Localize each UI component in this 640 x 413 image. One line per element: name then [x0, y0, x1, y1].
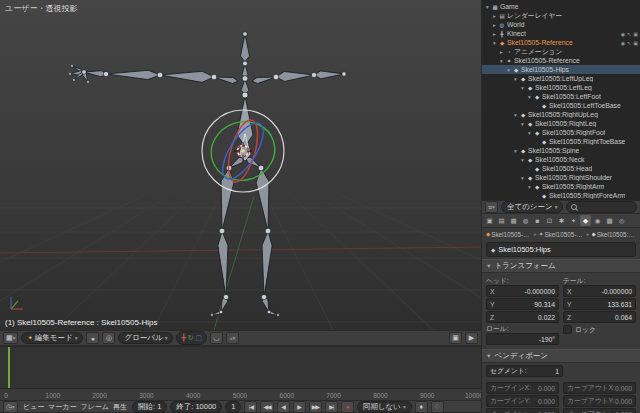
properties-tab-bone[interactable]: ◆	[580, 215, 591, 226]
expand-toggle-icon[interactable]: ▾	[519, 157, 526, 163]
outliner-row[interactable]: ▾◆Skel10505:RightShoulder	[482, 173, 640, 182]
expand-toggle-icon[interactable]: ▸	[491, 13, 498, 19]
expand-toggle-icon[interactable]: ▾	[526, 94, 533, 100]
editor-type-button[interactable]: ◷▾	[3, 401, 18, 413]
outliner-row[interactable]: ▸▤レンダーレイヤー	[482, 11, 640, 20]
outliner-item-label[interactable]: World	[507, 21, 525, 28]
renderability-icon[interactable]: ▣	[633, 40, 638, 46]
properties-tab-modifiers[interactable]: ✱	[556, 215, 567, 226]
outliner-item-label[interactable]: Skel10505:Neck	[535, 156, 585, 163]
outliner-item-label[interactable]: Kinect	[507, 30, 526, 37]
lock-checkbox[interactable]: ロック	[563, 324, 636, 335]
expand-toggle-icon[interactable]: ▸	[498, 49, 505, 55]
outliner-item-label[interactable]: Game	[500, 3, 519, 10]
outliner-search-input[interactable]	[566, 201, 637, 213]
outliner-row[interactable]: ▸╋Kinect◉↖▣	[482, 29, 640, 38]
breadcrumb-armature[interactable]: ✦Skel10505-Reference	[539, 231, 585, 238]
tail-x-field[interactable]: X-0.000000	[563, 285, 636, 297]
outliner-item-label[interactable]: Skel10505:RightLeg	[535, 120, 596, 127]
translate-manipulator-icon[interactable]: ╋	[181, 334, 185, 342]
properties-tab-render[interactable]: ▣	[484, 215, 495, 226]
expand-toggle-icon[interactable]: ▾	[484, 4, 491, 10]
outliner-item-label[interactable]: Skel10505:LeftLeg	[535, 84, 592, 91]
properties-tab-render-layers[interactable]: ▤	[496, 215, 507, 226]
timeline-menu[interactable]: 再生	[111, 402, 129, 412]
av-sync-dropdown[interactable]: 同期しない▾	[357, 401, 412, 413]
outliner-row[interactable]: ▾◆Skel10505:RightUpLeg	[482, 110, 640, 119]
timeline[interactable]: 0100020003000400050006000700080009000100…	[0, 347, 481, 400]
outliner-item-label[interactable]: Skel10505-Hips	[521, 66, 569, 73]
timeline-menu[interactable]: フレーム	[79, 402, 112, 412]
bone-name-field[interactable]: ◆ Skel10505:Hips	[486, 242, 636, 257]
expand-toggle-icon[interactable]: ▾	[526, 184, 533, 190]
timeline-menu[interactable]: マーカー	[46, 402, 78, 412]
display-filter-dropdown[interactable]: 全てのシーン▾	[501, 201, 563, 213]
properties-tab-world[interactable]: ◍	[520, 215, 531, 226]
insert-keyframe-button[interactable]: ♦	[415, 401, 428, 413]
outliner-item-label[interactable]: Skel10505:RightShoulder	[535, 174, 612, 181]
outliner-row[interactable]: ▸◔アニメーション	[482, 47, 640, 56]
head-z-field[interactable]: Z0.022	[486, 311, 559, 323]
outliner-item-label[interactable]: Skel10505:LeftUpLeg	[528, 75, 593, 82]
head-y-field[interactable]: Y90.314	[486, 298, 559, 310]
outliner-row[interactable]: ▾◆Skel10505:RightLeg	[482, 119, 640, 128]
outliner-row[interactable]: ▾◆Skel10505:LeftLeg	[482, 83, 640, 92]
snap-magnet-button[interactable]: ◡	[210, 332, 223, 344]
current-frame-field[interactable]: 1	[225, 401, 241, 413]
outliner-item-label[interactable]: Skel10505:LeftToeBase	[549, 102, 621, 109]
outliner-row[interactable]: ▾◆Skel10505:RightArm	[482, 182, 640, 191]
play-button[interactable]: ▶	[293, 401, 306, 413]
renderability-icon[interactable]: ▣	[633, 31, 638, 37]
properties-tab-scene[interactable]: ▦	[508, 215, 519, 226]
3d-viewport[interactable]: ユーザー・透視投影 (1) Skel10505-Reference : Skel…	[0, 0, 481, 330]
expand-toggle-icon[interactable]: ▾	[526, 130, 533, 136]
expand-toggle-icon[interactable]: ▾	[519, 121, 526, 127]
expand-toggle-icon[interactable]: ▾	[512, 148, 519, 154]
snap-element-button[interactable]: ▫▾	[226, 332, 239, 344]
breadcrumb-bone[interactable]: ◆Skel10505:Hips	[592, 231, 636, 238]
selectability-icon[interactable]: ↖	[627, 31, 631, 37]
properties-tab-data[interactable]: ✦	[568, 215, 579, 226]
outliner-row[interactable]: ▾◆Skel10505-Hips	[482, 65, 640, 74]
outliner-row[interactable]: ·◆Skel10505:LeftToeBase	[482, 101, 640, 110]
expand-toggle-icon[interactable]: ▾	[491, 40, 498, 46]
roll-field[interactable]: -190°	[486, 333, 559, 345]
outliner-row[interactable]: ▾◆Skel10505:LeftFoot	[482, 92, 640, 101]
expand-toggle-icon[interactable]: ▾	[512, 76, 519, 82]
outliner-row[interactable]: ·◆Skel10505:RightForeArm	[482, 191, 640, 200]
outliner-row[interactable]: ·◆Skel10505:RightToeBase	[482, 137, 640, 146]
outliner-row[interactable]: ·◆Skel10505:Head	[482, 164, 640, 173]
outliner[interactable]: ▾▦Game▸▤レンダーレイヤー▸◍World▸╋Kinect◉↖▣▾◆Skel…	[482, 0, 640, 200]
timeline-menu[interactable]: ビュー	[21, 402, 46, 412]
outliner-item-label[interactable]: Skel10505:LeftFoot	[542, 93, 601, 100]
outliner-item-label[interactable]: Skel10505-Reference	[514, 57, 580, 64]
transform-panel-header[interactable]: ▼ トランスフォーム	[482, 259, 640, 273]
mode-dropdown[interactable]: ✦編集モード▾	[21, 332, 83, 344]
outliner-row[interactable]: ▾◆Skel10505:Neck	[482, 155, 640, 164]
expand-toggle-icon[interactable]: ▸	[491, 22, 498, 28]
opengl-render-still-button[interactable]: ▣	[449, 332, 462, 344]
tail-z-field[interactable]: Z0.064	[563, 311, 636, 323]
outliner-row[interactable]: ▾◆Skel10505:Spine	[482, 146, 640, 155]
opengl-render-anim-button[interactable]: ▶	[465, 332, 478, 344]
record-button[interactable]: ●	[341, 401, 354, 413]
delete-keyframe-button[interactable]: ♢	[431, 401, 444, 413]
prev-keyframe-button[interactable]: ◀◀	[260, 401, 273, 413]
tail-y-field[interactable]: Y133.631	[563, 298, 636, 310]
rotate-manipulator-icon[interactable]: ↻	[188, 334, 194, 342]
outliner-row[interactable]: ▸◍World	[482, 20, 640, 29]
expand-toggle-icon[interactable]: ▸	[491, 31, 498, 37]
expand-toggle-icon[interactable]: ▾	[519, 175, 526, 181]
expand-toggle-icon[interactable]: ▾	[498, 58, 505, 64]
properties-tab-material[interactable]: ◉	[592, 215, 603, 226]
bendy-bones-panel-header[interactable]: ▼ ベンディボーン	[482, 349, 640, 363]
visibility-icon[interactable]: ◉	[621, 40, 625, 46]
jump-to-end-button[interactable]: ▶|	[325, 401, 338, 413]
timeline-ruler[interactable]: 0100020003000400050006000700080009000100…	[0, 388, 481, 400]
segments-field[interactable]: セグメント:1	[486, 365, 563, 377]
end-frame-field[interactable]: 終了:10000	[170, 401, 222, 413]
start-frame-field[interactable]: 開始:1	[132, 401, 167, 413]
orientation-dropdown[interactable]: グローバル▾	[118, 332, 173, 344]
expand-toggle-icon[interactable]: ▾	[519, 85, 526, 91]
outliner-item-label[interactable]: Skel10505:RightArm	[542, 183, 604, 190]
